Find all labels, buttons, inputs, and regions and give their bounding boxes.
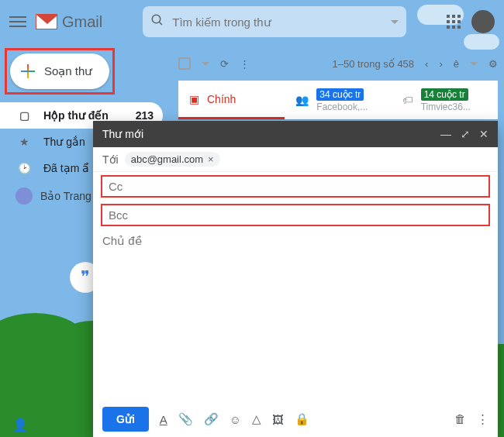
mail-toolbar: ⟳ ⋮ 1–50 trong số 458 ‹ › ê ⚙ [178, 46, 498, 81]
next-page-icon[interactable]: › [439, 58, 442, 70]
settings-gear-icon[interactable]: ⚙ [488, 58, 498, 70]
apps-icon[interactable] [447, 15, 461, 29]
search-box[interactable] [143, 6, 406, 37]
link-icon[interactable]: 🔗 [204, 412, 219, 426]
recipient-chip[interactable]: abc@gmail.com × [125, 152, 220, 167]
star-icon: ★ [17, 136, 31, 148]
sidebar-item-label: Hộp thư đến [43, 109, 109, 122]
compose-bcc-row[interactable] [101, 204, 490, 226]
account-avatar[interactable] [471, 10, 495, 33]
fullscreen-icon[interactable]: ⤢ [461, 128, 470, 140]
compose-titlebar[interactable]: Thư mới — ⤢ ✕ [93, 121, 498, 147]
user-avatar-icon [16, 188, 33, 205]
compose-footer: Gửi A 📎 🔗 ☺ △ 🖼 🔒 🗑 ⋮ [93, 401, 498, 437]
attach-icon[interactable]: 📎 [178, 412, 193, 426]
sidebar-item-label: Thư gắn [43, 136, 85, 148]
to-label: Tới [102, 153, 119, 166]
social-tab-icon: 👥 [295, 94, 309, 106]
compose-subject-row[interactable] [93, 229, 498, 252]
formatting-icon[interactable]: A [160, 413, 167, 426]
minimize-icon[interactable]: — [440, 128, 451, 140]
remove-recipient-icon[interactable]: × [208, 153, 214, 165]
recipient-email: abc@gmail.com [131, 153, 203, 165]
confidential-icon[interactable]: 🔒 [295, 412, 309, 426]
subject-input[interactable] [102, 234, 488, 247]
primary-tab-icon: ▣ [189, 93, 199, 105]
compose-window: Thư mới — ⤢ ✕ Tới abc@gmail.com × Gửi A … [93, 121, 498, 437]
select-dropdown-icon[interactable] [202, 62, 209, 66]
social-badge: 34 cuộc tr [316, 88, 364, 101]
close-icon[interactable]: ✕ [479, 128, 488, 140]
search-input[interactable] [172, 15, 385, 29]
lang-dropdown-icon[interactable] [470, 62, 478, 66]
pager-text: 1–50 trong số 458 [333, 58, 415, 70]
promo-sub: Timviec36... [421, 102, 471, 112]
tab-primary[interactable]: ▣ Chính [178, 81, 285, 119]
inbox-icon: ▢ [17, 109, 31, 122]
tab-label: Chính [207, 93, 236, 105]
clock-icon: 🕑 [17, 162, 31, 174]
compose-highlight: Soạn thư [5, 48, 115, 95]
compose-cc-row[interactable] [101, 175, 490, 198]
gmail-m-icon [36, 14, 57, 29]
sidebar-item-label: Đã tạm ẩ [43, 162, 89, 174]
compose-label: Soạn thư [44, 64, 92, 78]
insert-photo-icon[interactable]: 🖼 [272, 413, 284, 426]
refresh-icon[interactable]: ⟳ [220, 58, 229, 70]
header: Gmail [0, 0, 504, 43]
inbox-count: 213 [136, 109, 154, 122]
tab-promotions[interactable]: 🏷 14 cuộc tr Timviec36... [392, 81, 498, 119]
svg-point-0 [152, 15, 161, 23]
user-name: Bảo Trang [40, 190, 91, 202]
social-sub: Facebook,... [316, 102, 368, 112]
compose-title: Thư mới [102, 128, 143, 140]
select-all-checkbox[interactable] [178, 57, 191, 70]
more-options-icon[interactable]: ⋮ [477, 412, 488, 426]
category-tabs: ▣ Chính 👥 34 cuộc tr Facebook,... 🏷 14 c… [178, 81, 498, 119]
compose-body[interactable] [93, 252, 498, 401]
svg-line-1 [159, 22, 162, 25]
promo-tab-icon: 🏷 [402, 94, 413, 106]
compose-to-row[interactable]: Tới abc@gmail.com × [93, 147, 498, 172]
person-status-icon[interactable]: 👤 [12, 418, 28, 432]
search-icon [150, 13, 164, 30]
plus-icon [21, 64, 35, 78]
tab-social[interactable]: 👥 34 cuộc tr Facebook,... [285, 81, 391, 119]
input-lang-button[interactable]: ê [454, 58, 459, 70]
bcc-input[interactable] [109, 208, 482, 222]
promo-badge: 14 cuộc tr [421, 88, 468, 101]
menu-icon[interactable] [9, 16, 26, 27]
hangouts-icon: ❞ [81, 267, 90, 287]
cc-input[interactable] [109, 180, 482, 193]
drive-icon[interactable]: △ [252, 412, 261, 426]
more-icon[interactable]: ⋮ [240, 58, 250, 70]
search-options-dropdown-icon[interactable] [391, 20, 399, 24]
compose-button[interactable]: Soạn thư [10, 53, 109, 89]
gmail-logo[interactable]: Gmail [36, 13, 102, 31]
send-button[interactable]: Gửi [102, 407, 149, 432]
discard-icon[interactable]: 🗑 [454, 412, 466, 426]
emoji-icon[interactable]: ☺ [230, 413, 241, 426]
prev-page-icon[interactable]: ‹ [425, 58, 428, 70]
product-name: Gmail [62, 13, 102, 31]
